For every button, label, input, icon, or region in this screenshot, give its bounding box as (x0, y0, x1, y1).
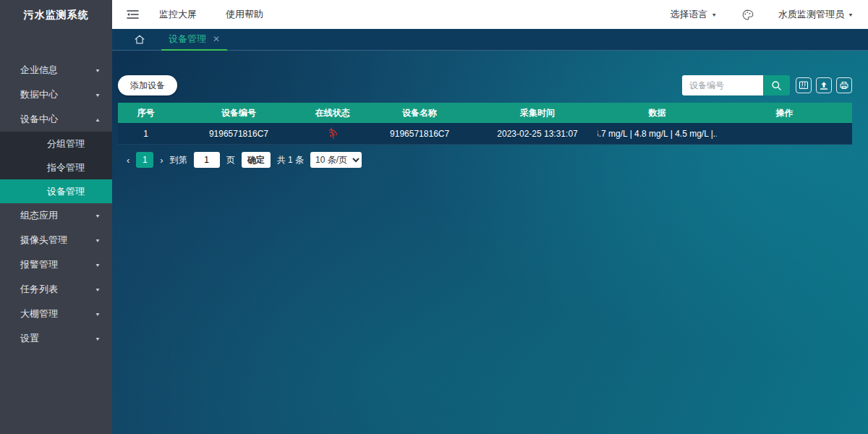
page-number-button[interactable]: 1 (136, 152, 153, 168)
sidebar-item-label: 数据中心 (20, 88, 58, 101)
toolbar-icon-buttons (796, 77, 852, 93)
add-device-button[interactable]: 添加设备 (118, 75, 177, 95)
col-header-status: 在线状态 (304, 103, 362, 123)
chevron-down-icon: ▼ (95, 311, 101, 317)
tabbar: 设备管理 ✕ (112, 29, 868, 51)
main-area: 监控大屏 使用帮助 选择语言 ▼ 水质监测管理员 ▼ (112, 0, 868, 434)
sidebar-item-label: 摄像头管理 (20, 234, 67, 247)
col-header-action: 操作 (717, 103, 852, 123)
tab-label: 设备管理 (169, 33, 206, 46)
cell-action (717, 123, 852, 144)
total-count-label: 共 1 条 (277, 154, 304, 166)
column-settings-button[interactable] (796, 77, 812, 93)
cell-index: 1 (118, 123, 174, 144)
chevron-down-icon: ▼ (95, 67, 101, 73)
user-name: 水质监测管理员 (778, 8, 844, 21)
sidebar-item-device-center[interactable]: 设备中心 ▲ (0, 107, 112, 132)
nav-help[interactable]: 使用帮助 (226, 8, 263, 21)
sidebar-item-data-center[interactable]: 数据中心 ▼ (0, 82, 112, 107)
cell-status (304, 123, 362, 144)
col-header-collect-time: 采集时间 (477, 103, 597, 123)
next-page-icon[interactable]: › (160, 155, 163, 166)
sidebar-item-label: 设置 (20, 332, 39, 345)
goto-prefix-label: 到第 (170, 154, 187, 166)
language-label: 选择语言 (670, 8, 707, 21)
sidebar-item-label: 企业信息 (20, 64, 58, 77)
table-toolbar: 添加设备 (118, 75, 852, 95)
theme-palette-icon[interactable] (741, 9, 754, 21)
table-row[interactable]: 1 9196571816C7 9196571816C7 2023-02-25 1… (118, 123, 852, 145)
sidebar-item-group-mgmt[interactable]: 分组管理 (0, 132, 112, 156)
sidebar-toggle-icon[interactable] (127, 9, 139, 20)
sidebar-item-camera-mgmt[interactable]: 摄像头管理 ▼ (0, 228, 112, 252)
goto-page-input[interactable] (194, 152, 220, 168)
columns-icon (799, 80, 809, 90)
sidebar-item-label: 大棚管理 (20, 307, 58, 320)
col-header-device-name: 设备名称 (362, 103, 477, 123)
device-center-submenu: 分组管理 指令管理 设备管理 (0, 132, 112, 203)
pagination: ‹ 1 › 到第 页 确定 共 1 条 10 条/页 (127, 152, 852, 168)
chevron-down-icon: ▼ (95, 92, 101, 98)
chevron-down-icon: ▼ (95, 213, 101, 218)
chevron-down-icon: ▼ (711, 12, 717, 17)
language-dropdown[interactable]: 选择语言 ▼ (670, 8, 717, 21)
sidebar-item-task-list[interactable]: 任务列表 ▼ (0, 277, 112, 302)
content: 添加设备 (112, 51, 868, 434)
search-group (682, 75, 790, 95)
chevron-down-icon: ▼ (95, 262, 101, 268)
home-icon[interactable] (134, 34, 145, 45)
sidebar-item-greenhouse-mgmt[interactable]: 大棚管理 ▼ (0, 302, 112, 326)
offline-wifi-icon (324, 125, 341, 142)
chevron-up-icon: ▲ (95, 116, 101, 122)
page-suffix-label: 页 (226, 154, 235, 166)
print-button[interactable] (836, 77, 852, 93)
table-header-row: 序号 设备编号 在线状态 设备名称 采集时间 数据 操作 (118, 103, 852, 123)
search-button[interactable] (763, 75, 790, 95)
sidebar-item-label: 组态应用 (20, 209, 58, 222)
page-size-select[interactable]: 10 条/页 (310, 152, 362, 168)
prev-page-icon[interactable]: ‹ (127, 155, 129, 166)
close-icon[interactable]: ✕ (213, 35, 220, 43)
sidebar-item-config-app[interactable]: 组态应用 ▼ (0, 203, 112, 228)
sidebar-menu: 企业信息 ▼ 数据中心 ▼ 设备中心 ▲ 分组管理 指令管理 设备管理 组态应用… (0, 58, 112, 351)
topbar-right: 选择语言 ▼ 水质监测管理员 ▼ (670, 8, 854, 21)
chevron-down-icon: ▼ (848, 12, 854, 17)
printer-icon (839, 80, 849, 90)
sidebar: 污水监测系统 企业信息 ▼ 数据中心 ▼ 设备中心 ▲ 分组管理 指令管理 设备… (0, 0, 112, 434)
sidebar-item-label: 设备中心 (20, 113, 58, 126)
sidebar-item-alarm-mgmt[interactable]: 报警管理 ▼ (0, 252, 112, 277)
tab-device-mgmt[interactable]: 设备管理 ✕ (161, 29, 227, 51)
chevron-down-icon: ▼ (95, 286, 101, 292)
cell-data: 4.7 mg/L | 4.8 mg/L | 4.5 mg/L |... (597, 123, 717, 144)
cell-device-name: 9196571816C7 (362, 123, 477, 144)
user-dropdown[interactable]: 水质监测管理员 ▼ (778, 8, 854, 21)
sidebar-item-label: 报警管理 (20, 258, 58, 271)
col-header-device-no: 设备编号 (174, 103, 304, 123)
col-header-index: 序号 (118, 103, 174, 123)
topbar: 监控大屏 使用帮助 选择语言 ▼ 水质监测管理员 ▼ (112, 0, 868, 29)
device-table: 序号 设备编号 在线状态 设备名称 采集时间 数据 操作 1 919657181… (118, 103, 852, 145)
sidebar-item-device-mgmt[interactable]: 设备管理 (0, 179, 112, 203)
cell-collect-time: 2023-02-25 13:31:07 (477, 123, 597, 144)
confirm-button[interactable]: 确定 (242, 152, 271, 168)
chevron-down-icon: ▼ (95, 336, 101, 341)
sidebar-item-command-mgmt[interactable]: 指令管理 (0, 156, 112, 179)
nav-monitor-screen[interactable]: 监控大屏 (159, 8, 197, 21)
search-icon (771, 80, 782, 91)
export-icon (819, 80, 829, 90)
chevron-down-icon: ▼ (95, 237, 101, 243)
search-input[interactable] (682, 75, 763, 95)
app-title: 污水监测系统 (0, 0, 112, 29)
sidebar-item-settings[interactable]: 设置 ▼ (0, 326, 112, 351)
export-button[interactable] (816, 77, 832, 93)
col-header-data: 数据 (597, 103, 717, 123)
sidebar-item-enterprise-info[interactable]: 企业信息 ▼ (0, 58, 112, 82)
cell-device-no: 9196571816C7 (174, 123, 304, 144)
sidebar-item-label: 任务列表 (20, 283, 58, 296)
app-root: 污水监测系统 企业信息 ▼ 数据中心 ▼ 设备中心 ▲ 分组管理 指令管理 设备… (0, 0, 868, 434)
